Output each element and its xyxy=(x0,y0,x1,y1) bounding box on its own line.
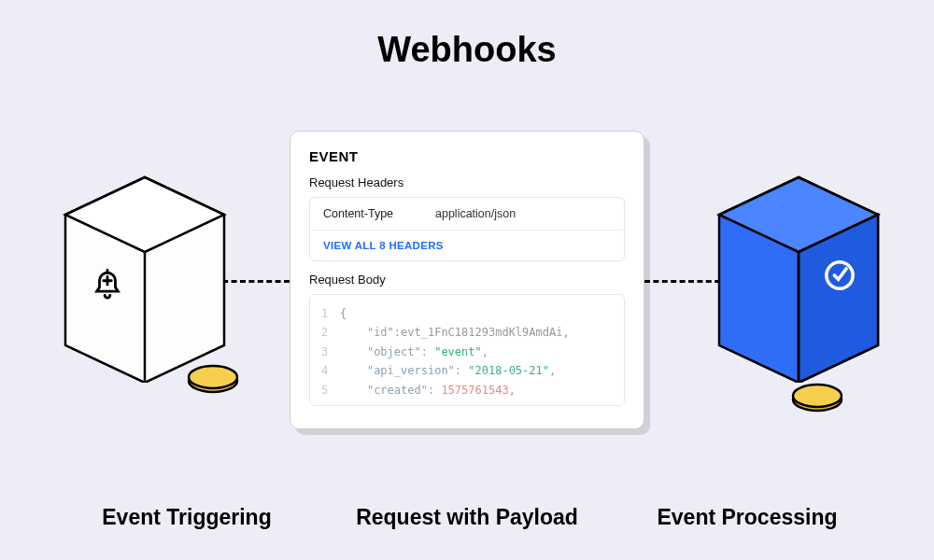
request-body-label: Request Body xyxy=(309,273,625,287)
page-title: Webhooks xyxy=(0,30,934,70)
event-triggering-cube xyxy=(56,168,234,383)
svg-point-12 xyxy=(793,385,842,407)
header-value: application/json xyxy=(435,207,516,220)
request-body-code: 1{ 2 "id":evt_1FnC181293mdKl9AmdAi, 3 "o… xyxy=(309,294,625,406)
svg-point-6 xyxy=(189,366,237,388)
view-all-headers-button[interactable]: VIEW ALL 8 HEADERS xyxy=(310,231,624,260)
headers-block: Content-Type application/json VIEW ALL 8… xyxy=(309,197,625,261)
header-row: Content-Type application/json xyxy=(310,198,624,231)
diagram-stage: EVENT Request Headers Content-Type appli… xyxy=(0,103,934,429)
label-event-triggering: Event Triggering xyxy=(56,505,318,530)
label-event-processing: Event Processing xyxy=(616,505,878,530)
header-key: Content-Type xyxy=(323,207,435,220)
coin-icon-right xyxy=(791,383,843,413)
coin-icon-left xyxy=(187,364,239,394)
check-circle-icon xyxy=(824,259,856,291)
event-processing-cube xyxy=(710,168,887,383)
panel-title: EVENT xyxy=(309,148,625,164)
bell-icon xyxy=(92,269,123,301)
label-request-payload: Request with Payload xyxy=(336,505,598,530)
labels-row: Event Triggering Request with Payload Ev… xyxy=(0,505,934,530)
request-headers-label: Request Headers xyxy=(309,175,625,189)
event-panel: EVENT Request Headers Content-Type appli… xyxy=(290,131,644,429)
